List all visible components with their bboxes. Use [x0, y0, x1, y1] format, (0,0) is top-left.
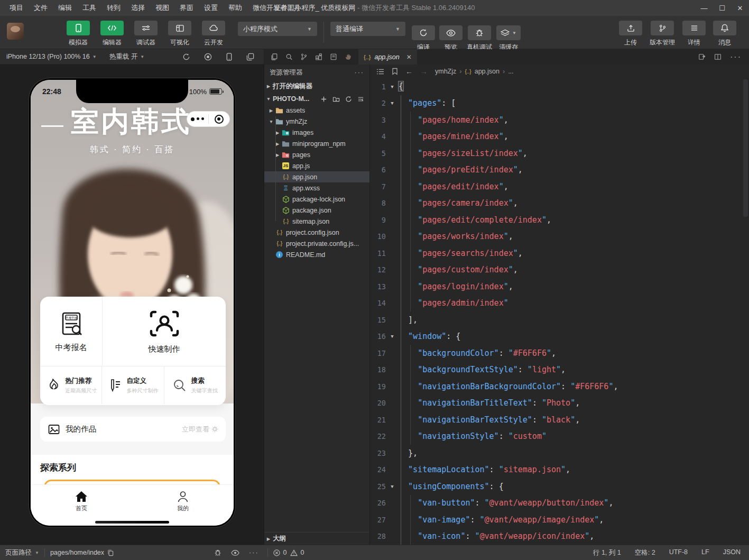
code-line-17[interactable]: 17 "backgroundColor": "#F6F6F6",: [370, 345, 749, 362]
file-ymhZjz[interactable]: ▼ymhZjz: [264, 116, 369, 127]
file-project.config.json[interactable]: {..}project.config.json: [264, 227, 369, 238]
search-icon[interactable]: [285, 53, 293, 61]
code-line-16[interactable]: 16▼ "window": {: [370, 328, 749, 345]
menu-工具[interactable]: 工具: [78, 2, 100, 14]
messages-button[interactable]: 消息: [713, 21, 736, 47]
collapse-all-icon[interactable]: [357, 96, 364, 103]
capsule-more-icon[interactable]: [187, 117, 208, 121]
hand-icon[interactable]: [345, 53, 352, 61]
menu-视图[interactable]: 视图: [151, 2, 173, 14]
fold-chevron-icon[interactable]: ▼: [386, 100, 399, 106]
device-select[interactable]: iPhone 12/13 (Pro) 100% 16▼: [0, 53, 103, 60]
new-folder-icon[interactable]: [332, 96, 340, 103]
close-button[interactable]: ✕: [731, 0, 749, 16]
status-json[interactable]: JSON: [723, 548, 741, 557]
compile-mode-select[interactable]: 普通编译▼: [330, 22, 405, 36]
version-button[interactable]: 版本管理: [650, 21, 675, 47]
file-package-lock.json[interactable]: package-lock.json: [264, 194, 369, 205]
view-now-link[interactable]: 立即查看: [182, 425, 218, 434]
minimize-button[interactable]: —: [695, 0, 713, 16]
scrollbar[interactable]: [743, 79, 748, 217]
debug-icon[interactable]: [214, 549, 221, 556]
page-path-select[interactable]: 页面路径▼: [0, 548, 44, 557]
visualize-button[interactable]: 可视化: [165, 21, 195, 47]
code-line-15[interactable]: 15 ],: [370, 311, 749, 328]
code-line-4[interactable]: 4 "pages/mine/index",: [370, 128, 749, 145]
phone-icon[interactable]: [226, 53, 233, 61]
device-debug-button[interactable]: 真机调试: [467, 25, 492, 52]
code-line-13[interactable]: 13 "pages/login/index",: [370, 278, 749, 295]
code-line-10[interactable]: 10 "pages/works/index",: [370, 228, 749, 245]
code-line-14[interactable]: 14 "pages/admin/index": [370, 295, 749, 312]
explorer-more-icon[interactable]: ···: [355, 69, 365, 76]
file-panel-icon[interactable]: [330, 53, 337, 61]
file-miniprogram_npm[interactable]: ▶miniprogram_npm: [264, 138, 369, 149]
file-pages[interactable]: ▶pages: [264, 149, 369, 160]
copy-icon[interactable]: [107, 549, 114, 556]
file-README.md[interactable]: iREADME.md: [264, 249, 369, 260]
outline-section[interactable]: ▶ 大纲: [264, 532, 369, 545]
user-avatar[interactable]: [7, 23, 24, 40]
file-app.json[interactable]: {..}app.json: [264, 171, 369, 182]
menu-界面[interactable]: 界面: [175, 2, 198, 14]
new-file-icon[interactable]: [320, 96, 327, 103]
status--1-1[interactable]: 行 1, 列 1: [593, 548, 621, 557]
restart-icon[interactable]: [182, 53, 190, 61]
capsule-close-icon[interactable]: [209, 115, 230, 124]
code-line-27[interactable]: 27 "van-image": "@vant/weapp/image/index…: [370, 511, 749, 528]
eye-icon[interactable]: [231, 549, 239, 556]
file-images[interactable]: ▶images: [264, 127, 369, 138]
mini-entry-pen[interactable]: 自定义多种尺寸制作: [101, 366, 163, 404]
maximize-button[interactable]: ☐: [713, 0, 731, 16]
code-line-23[interactable]: 23 },: [370, 445, 749, 462]
code-line-3[interactable]: 3 "pages/home/index",: [370, 112, 749, 128]
code-line-7[interactable]: 7 "pages/edit/index",: [370, 178, 749, 195]
open-editors-section[interactable]: ▶ 打开的编辑器: [264, 80, 369, 92]
menu-项目[interactable]: 项目: [5, 2, 27, 14]
mode-select[interactable]: 小程序模式▼: [238, 22, 317, 36]
code-line-24[interactable]: 24 "sitemapLocation": "sitemap.json",: [370, 462, 749, 479]
code-line-2[interactable]: 2▼ "pages": [: [370, 95, 749, 112]
code-line-5[interactable]: 5 "pages/sizeList/index",: [370, 145, 749, 162]
menu-文件[interactable]: 文件: [30, 2, 52, 14]
record-icon[interactable]: [204, 53, 212, 61]
menu-帮助[interactable]: 帮助: [224, 2, 246, 14]
more-actions-icon[interactable]: ···: [730, 52, 742, 62]
my-works-card[interactable]: 我的作品 立即查看: [40, 417, 226, 442]
open-preview-icon[interactable]: [698, 53, 706, 61]
code-line-25[interactable]: 25▼ "usingComponents": {: [370, 478, 749, 495]
mini-entry-flame[interactable]: 热门推荐近期高频尺寸: [40, 366, 101, 404]
code-line-21[interactable]: 21 "navigationBarTextStyle": "black",: [370, 411, 749, 428]
bookmark-icon[interactable]: [392, 68, 398, 75]
tab-mine[interactable]: 我的: [132, 485, 234, 517]
mini-entry-search[interactable]: 搜索关键字查找: [164, 366, 226, 404]
details-button[interactable]: 详情: [682, 21, 706, 47]
code-line-9[interactable]: 9 "pages/edit/complete/index",: [370, 212, 749, 228]
file-assets[interactable]: ▶assets: [264, 105, 369, 116]
cloud-button[interactable]: 云开发: [199, 21, 228, 47]
compile-button[interactable]: 编译: [412, 25, 435, 52]
tab-home[interactable]: 首页: [31, 485, 132, 517]
breadcrumb[interactable]: ymhZjz› {..} app.json› ...: [435, 68, 514, 75]
fold-chevron-icon[interactable]: ▼: [386, 334, 399, 339]
more-icon[interactable]: ···: [249, 549, 259, 556]
fold-chevron-icon[interactable]: ▼: [386, 84, 399, 89]
code-line-12[interactable]: 12 "pages/custom/index",: [370, 262, 749, 279]
home-indicator[interactable]: [95, 521, 169, 524]
split-editor-icon[interactable]: [714, 53, 722, 61]
multi-window-icon[interactable]: [246, 53, 254, 61]
preview-button[interactable]: 预览: [439, 25, 463, 52]
code-line-28[interactable]: 28 "van-icon": "@vant/weapp/icon/index",: [370, 528, 749, 545]
menu-编辑[interactable]: 编辑: [54, 2, 76, 14]
files-icon[interactable]: [271, 53, 278, 61]
code-line-11[interactable]: 11 "pages/searchs/index",: [370, 245, 749, 262]
hot-reload-toggle[interactable]: 热重载 开▼: [103, 52, 151, 61]
quick-make-entry[interactable]: 快速制作: [103, 297, 226, 366]
code-line-20[interactable]: 20 "navigationBarTitleText": "Photo",: [370, 395, 749, 412]
code-line-22[interactable]: 22 "navigationStyle": "custom": [370, 428, 749, 445]
project-root[interactable]: ▼ PHOTO-M...: [264, 93, 369, 105]
file-app.wxss[interactable]: Ξapp.wxss: [264, 182, 369, 194]
code-line-18[interactable]: 18 "backgroundTextStyle": "light",: [370, 362, 749, 379]
file-project.private.config.js...[interactable]: {..}project.private.config.js...: [264, 238, 369, 249]
editor-button[interactable]: 编辑器: [97, 21, 127, 47]
